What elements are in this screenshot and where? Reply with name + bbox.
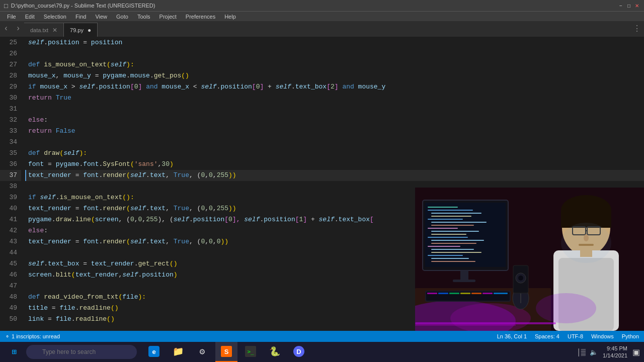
tab-menu-button[interactable]: ⋮ <box>630 21 644 37</box>
token: . <box>71 216 75 223</box>
sublime-icon: S <box>221 346 232 357</box>
token: and <box>146 83 157 90</box>
menu-item-help[interactable]: Help <box>220 12 240 22</box>
line-number-49: 49 <box>0 303 21 314</box>
line-number-30: 30 <box>0 93 21 104</box>
menu-item-view[interactable]: View <box>91 12 111 22</box>
tab-next-button[interactable]: › <box>12 21 24 37</box>
svg-rect-34 <box>482 293 493 294</box>
token: True <box>56 94 71 102</box>
token: self <box>63 149 79 157</box>
token: position <box>91 39 122 46</box>
tab-close-icon[interactable]: ● <box>88 27 91 34</box>
token: 0 <box>130 216 134 223</box>
title-bar-left: □ D:\python_course\79.py - Sublime Text … <box>4 2 155 10</box>
token: self <box>111 61 126 68</box>
token: ( <box>126 205 130 212</box>
line-number-43: 43 <box>0 236 21 247</box>
windows-logo-icon: ⊞ <box>12 347 17 357</box>
title-bar-controls[interactable]: − □ ✕ <box>618 3 640 9</box>
svg-rect-10 <box>428 219 463 220</box>
menu-item-tools[interactable]: Tools <box>133 12 154 22</box>
token: = <box>79 260 91 267</box>
taskbar-app-settings[interactable]: ⚙ <box>191 342 213 362</box>
menu-item-project[interactable]: Project <box>155 12 181 22</box>
tab-spacer <box>98 23 630 37</box>
close-button[interactable]: ✕ <box>634 3 640 9</box>
token: . <box>52 216 56 223</box>
start-button[interactable]: ⊞ <box>4 342 24 362</box>
token: def <box>28 61 40 68</box>
token: . <box>146 238 150 245</box>
token: True <box>174 171 189 179</box>
tab-close-icon[interactable]: ✕ <box>52 27 57 34</box>
token: , <box>213 205 217 212</box>
notification-icon[interactable]: ▣ <box>632 347 640 357</box>
taskbar-app-cmd[interactable]: >_ <box>239 342 262 362</box>
token: line <box>75 216 91 223</box>
code-line-37: text_render = font.render(self.text, Tru… <box>25 170 644 181</box>
token: draw <box>44 149 59 157</box>
svg-rect-32 <box>460 293 470 294</box>
menu-item-edit[interactable]: Edit <box>21 12 39 22</box>
cmd-icon: >_ <box>245 346 256 357</box>
svg-rect-52 <box>561 223 611 263</box>
token: text_box <box>48 260 79 267</box>
token: < <box>189 83 201 90</box>
token: , <box>142 216 146 223</box>
token: ) <box>174 271 178 279</box>
token: is_mouse_on_text <box>59 194 122 201</box>
token: if <box>28 194 36 201</box>
token: blit <box>56 271 71 279</box>
taskbar-clock[interactable]: 9:45 PM 1/14/2021 <box>603 345 627 359</box>
svg-rect-26 <box>453 280 475 282</box>
token: 0 <box>209 171 213 179</box>
token: True <box>174 238 189 245</box>
token <box>52 127 56 135</box>
taskbar-apps: e 📁 ⚙ S >_ 🐍 D <box>143 342 310 362</box>
volume-icon: 🔈 <box>590 348 598 356</box>
menu-item-find[interactable]: Find <box>71 12 90 22</box>
tab-data-txt[interactable]: data.txt ✕ <box>24 23 64 37</box>
minimize-button[interactable]: − <box>618 3 624 9</box>
line-number-32: 32 <box>0 115 21 126</box>
token: ): <box>79 149 87 157</box>
svg-rect-12 <box>431 225 474 226</box>
taskbar-search-wrapper[interactable]: 🔍 <box>26 345 137 359</box>
taskbar-app-sublime[interactable]: S <box>215 342 237 362</box>
token: = <box>71 171 83 179</box>
menu-item-preferences[interactable]: Preferences <box>182 12 219 22</box>
line-number-25: 25 <box>0 37 21 48</box>
line-number-48: 48 <box>0 292 21 303</box>
desk-scene <box>415 188 644 331</box>
taskbar-right: │▒ 🔈 9:45 PM 1/14/2021 ▣ <box>577 345 640 359</box>
svg-rect-31 <box>449 293 459 294</box>
taskbar-search-input[interactable] <box>26 345 137 359</box>
tab-bar: ‹ › data.txt ✕ 79.py ● ⋮ <box>0 21 644 37</box>
token: return <box>28 127 52 135</box>
token: file <box>56 315 71 323</box>
token: screen <box>28 271 52 279</box>
line-number-31: 31 <box>0 104 21 115</box>
menu-item-file[interactable]: File <box>3 12 20 22</box>
token: mouse_y <box>63 72 91 79</box>
token: mouse_y <box>354 83 385 90</box>
token: + <box>264 83 275 90</box>
token: SysFont <box>103 160 130 168</box>
taskbar-app-python[interactable]: 🐍 <box>264 342 286 362</box>
taskbar-app-discord[interactable]: D <box>288 342 310 362</box>
status-spaces: Spaces: 4 <box>535 333 559 339</box>
token <box>52 94 56 102</box>
taskbar-app-explorer[interactable]: 📁 <box>167 342 189 362</box>
svg-point-53 <box>536 293 596 323</box>
taskbar-app-edge[interactable]: e <box>143 342 165 362</box>
code-line-33: return False <box>25 126 644 137</box>
menu-item-goto[interactable]: Goto <box>112 12 132 22</box>
token: position <box>99 83 130 90</box>
token: ): <box>138 293 146 301</box>
menu-item-selection[interactable]: Selection <box>40 12 70 22</box>
tab-79-py[interactable]: 79.py ● <box>64 23 98 37</box>
svg-rect-30 <box>438 293 448 294</box>
tab-prev-button[interactable]: ‹ <box>0 21 12 37</box>
maximize-button[interactable]: □ <box>626 3 632 9</box>
